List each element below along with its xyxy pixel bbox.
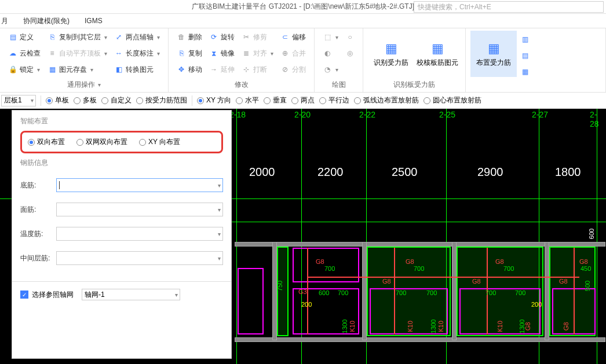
rebar-label: K10 [437, 321, 444, 332]
layout-icon: ▦ [485, 41, 502, 57]
menu-igms[interactable]: IGMS [85, 17, 103, 25]
split-button: ⊘分割 [280, 63, 306, 76]
lock-button[interactable]: 🔒锁定▾ [8, 63, 41, 76]
rebar-label: G8 [579, 258, 588, 265]
radio-multi[interactable]: 多板 [74, 95, 97, 105]
dim-text: 2200 [317, 166, 344, 179]
ribbon-group-general: ▤定义 ☁云检查 🔒锁定▾ ⎘复制到其它层▾ ≡自动平齐顶板▾ ▦图元存盘▾ ⤢… [0, 28, 169, 92]
axis-label: 2-18 [229, 110, 246, 119]
rebar-label: G8 [472, 278, 481, 285]
radio-parallel[interactable]: 平行边 [319, 95, 349, 105]
radio-center[interactable]: 圆心布置放射筋 [424, 95, 481, 105]
convert-button[interactable]: ◧转换图元 [114, 63, 160, 76]
mirror-button[interactable]: ⧗镜像 [209, 47, 235, 60]
align-icon: ≣ [242, 49, 251, 58]
break-icon: ⊹ [242, 65, 251, 74]
axis-label: 2-27 [532, 110, 548, 119]
copy-layer-button[interactable]: ⎘复制到其它层▾ [48, 31, 107, 43]
rotate-button[interactable]: ⟳旋转 [209, 31, 235, 43]
mid-rebar-input[interactable] [56, 251, 223, 265]
twopoint-axis-button[interactable]: ⤢两点辅轴▾ [114, 31, 160, 43]
rebar-label: G8 [316, 258, 324, 265]
radio-xy[interactable]: XY 方向 [197, 95, 231, 105]
dim-text: 500 [584, 281, 591, 291]
dim-text: 600 [588, 229, 595, 239]
copy-button[interactable]: ⎘复制 [177, 47, 202, 60]
savefig-button[interactable]: ▦图元存盘▾ [48, 63, 107, 76]
recognize-rebar-button[interactable]: ▦识别受力筋 [368, 31, 414, 77]
radio-2pt[interactable]: 两点 [291, 95, 315, 105]
highlight-box: 双向布置 双网双向布置 XY 向布置 [20, 131, 223, 153]
radio-arc[interactable]: 弧线边布置放射筋 [354, 95, 419, 105]
grid-icon: ▦ [520, 67, 530, 76]
split-icon: ⊘ [280, 65, 290, 74]
dim-text: 200 [531, 301, 542, 308]
temp-rebar-input[interactable] [56, 227, 223, 241]
move-button[interactable]: ✥移动 [177, 63, 202, 76]
shape-icon: ◎ [345, 49, 355, 58]
dim-text: 700 [324, 265, 335, 272]
radio-horiz[interactable]: 水平 [236, 95, 259, 105]
rebar-label: G3 [298, 288, 307, 295]
smart-layout-panel: 智能布置 双向布置 双网双向布置 XY 向布置 钢筋信息 底筋: 面筋: 温度筋… [12, 110, 232, 359]
rebar-label: G8 [559, 278, 568, 285]
group-label: 绘图 [319, 78, 358, 92]
define-button[interactable]: ▤定义 [8, 31, 41, 43]
rotate-icon: ⟳ [209, 32, 218, 42]
extra-tool[interactable]: ▥ [520, 33, 530, 46]
offset-button[interactable]: ⊂偏移 [280, 31, 306, 43]
dim-text: 1800 [555, 166, 581, 179]
field-label: 底筋: [20, 181, 56, 190]
bottom-rebar-input[interactable] [56, 178, 223, 192]
dim-text: 700 [426, 289, 437, 296]
axis-icon: ⤢ [114, 32, 123, 42]
level-icon: ≡ [48, 49, 57, 58]
cloud-check-button[interactable]: ☁云检查 [8, 47, 41, 60]
radio-doublemesh[interactable]: 双网双向布置 [76, 137, 127, 147]
length-dim-button[interactable]: ↔长度标注▾ [114, 47, 160, 60]
radio-xy-layout[interactable]: XY 向布置 [139, 137, 180, 147]
copy-icon: ⎘ [177, 49, 186, 58]
rebar-label: G8 [406, 258, 414, 265]
ribbon-group-recognize: ▦识别受力筋 ▦校核板筋图元 识别板受力筋 [363, 28, 466, 92]
align-button: ≣对齐▾ [242, 47, 273, 60]
panel-section-title: 智能布置 [20, 116, 223, 126]
merge-icon: ⊕ [280, 49, 290, 58]
extra-tool[interactable]: ▦ [520, 65, 530, 78]
check-rebar-button[interactable]: ▦校核板筋图元 [414, 31, 461, 77]
check-grid-icon: ▦ [429, 41, 446, 57]
top-rebar-input[interactable] [56, 203, 223, 216]
dim-text: 700 [338, 289, 348, 296]
rebar-label: G8 [563, 322, 570, 331]
menu-item[interactable]: 月 [1, 16, 8, 26]
radio-bidirectional[interactable]: 双向布置 [28, 137, 65, 147]
dim-text: 700 [515, 289, 525, 296]
titlebar: 广联达BIM土建计量平台 GTJ2021 - [D:\画图\new\新江东5#地… [0, 0, 606, 14]
radio-custom[interactable]: 自定义 [101, 95, 132, 105]
extra-tool[interactable]: ▤ [520, 49, 530, 62]
radio-range[interactable]: 按受力筋范围 [136, 95, 187, 105]
extend-button: →延伸 [209, 63, 235, 76]
dim-text: 700 [396, 289, 406, 296]
dim-text: 700 [414, 265, 424, 272]
break-button: ⊹打断 [242, 63, 273, 76]
search-input[interactable]: 快捷键搜索，Ctrl+Alt+E [414, 1, 604, 13]
field-label: 中间层筋: [20, 253, 56, 263]
rebar-label: G8 [382, 278, 391, 285]
layer-combo[interactable]: 层板1 [1, 95, 36, 106]
ribbon-group-draw: ⬚▾ ◐ ◔▾ ○ ◎ 绘图 [315, 28, 363, 92]
lock-icon: 🔒 [8, 65, 17, 74]
layout-rebar-button[interactable]: ▦布置受力筋 [470, 31, 517, 77]
autolevel-button: ≡自动平齐顶板▾ [48, 47, 107, 60]
radio-single[interactable]: 单板 [46, 95, 69, 105]
grid-combo[interactable]: 轴网-1 [82, 289, 180, 300]
delete-button[interactable]: 🗑删除 [177, 31, 202, 43]
axis-label: 2-22 [359, 110, 375, 119]
delete-icon: 🗑 [177, 32, 186, 42]
radio-vert[interactable]: 垂直 [264, 95, 287, 105]
rebar-label: K10 [407, 321, 414, 332]
shape-icon: ◔ [323, 65, 332, 74]
panel-section-title: 钢筋信息 [20, 158, 223, 168]
menu-collab[interactable]: 协同建模(限免) [23, 16, 70, 26]
ref-grid-checkbox[interactable]: ✓选择参照轴网 [20, 290, 74, 300]
